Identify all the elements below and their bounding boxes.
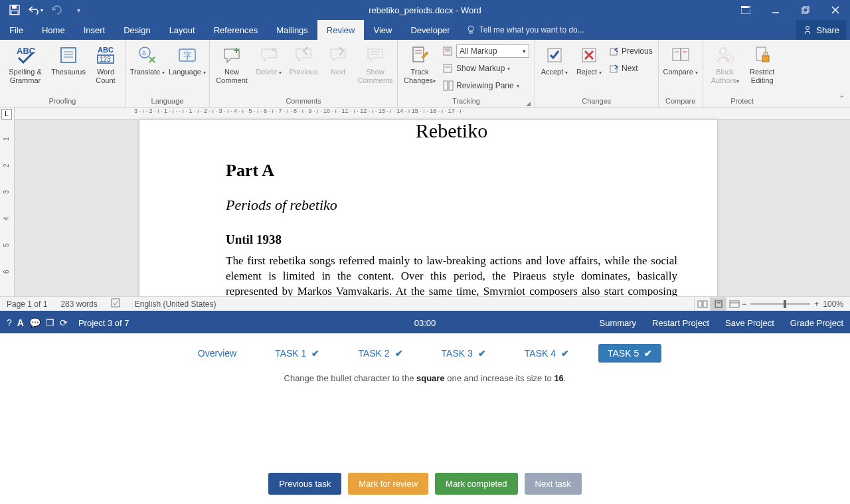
- thesaurus-button[interactable]: Thesaurus: [49, 41, 88, 76]
- tab-mailings[interactable]: Mailings: [267, 20, 317, 40]
- status-page[interactable]: Page 1 of 1: [0, 299, 54, 309]
- spelling-grammar-button[interactable]: ABC Spelling & Grammar: [3, 41, 48, 84]
- undo-icon[interactable]: ▾: [28, 2, 44, 18]
- tab-task-5[interactable]: TASK 5✔: [598, 344, 661, 363]
- grade-project-link[interactable]: Grade Project: [790, 318, 843, 328]
- doc-title: Rebetiko: [226, 120, 677, 142]
- tell-me-search[interactable]: Tell me what you want to do...: [466, 20, 584, 40]
- web-layout-icon[interactable]: [726, 297, 742, 311]
- tab-task-1[interactable]: TASK 1✔: [266, 344, 329, 363]
- mark-completed-button[interactable]: Mark completed: [435, 473, 517, 495]
- comment-icon[interactable]: 💬: [29, 317, 41, 328]
- task-panel: ? A 💬 ❐ ⟳ Project 3 of 7 03:00 Summary R…: [0, 311, 850, 504]
- track-changes-button[interactable]: Track Changes▾: [400, 41, 439, 84]
- tab-overview[interactable]: Overview: [189, 344, 246, 363]
- group-label-protect: Protect: [706, 97, 779, 107]
- app-suffix: - Word: [453, 5, 481, 15]
- ribbon: ABC Spelling & Grammar Thesaurus ABC123 …: [0, 40, 850, 108]
- group-label-changes: Changes: [538, 97, 655, 107]
- status-language[interactable]: English (United States): [128, 299, 223, 309]
- tab-file[interactable]: File: [0, 20, 33, 40]
- accept-button[interactable]: Accept ▾: [538, 41, 571, 76]
- quick-access-toolbar: ▾ ▾: [0, 2, 86, 18]
- document-page[interactable]: Rebetiko Part A Periods of rebetiko Unti…: [139, 120, 717, 311]
- lightbulb-icon: [466, 25, 475, 35]
- reviewing-pane-dropdown[interactable]: Reviewing Pane ▾: [440, 78, 532, 94]
- zoom-in-icon[interactable]: +: [814, 299, 819, 309]
- ribbon-display-options-icon[interactable]: [730, 0, 760, 20]
- tab-layout[interactable]: Layout: [160, 20, 205, 40]
- previous-change-button[interactable]: Previous: [607, 43, 655, 59]
- group-protect: Block Authors▾ Restrict Editing Protect: [703, 40, 782, 107]
- display-for-review-value: All Markup▾: [456, 44, 529, 58]
- translate-button[interactable]: a Translate ▾: [128, 41, 167, 76]
- close-icon[interactable]: [820, 0, 850, 20]
- window-icon[interactable]: ❐: [46, 317, 54, 328]
- next-change-button[interactable]: Next: [607, 60, 655, 76]
- zoom-level[interactable]: 100%: [823, 299, 843, 309]
- status-spellcheck-icon[interactable]: [104, 298, 128, 309]
- mark-for-review-button[interactable]: Mark for review: [348, 473, 428, 495]
- tab-selector-icon[interactable]: L: [1, 109, 12, 120]
- share-icon: [803, 25, 812, 35]
- summary-link[interactable]: Summary: [599, 318, 636, 328]
- word-window: ▾ ▾ rebetiko_periods.docx - Word File Ho…: [0, 0, 850, 311]
- doc-heading-until: Until 1938: [226, 232, 677, 247]
- tab-developer[interactable]: Developer: [401, 20, 459, 40]
- next-task-button[interactable]: Next task: [525, 473, 582, 495]
- horizontal-ruler[interactable]: 3 · ı · 2 · ı · 1 · ı · · ı · 1 · ı · 2 …: [15, 108, 850, 120]
- zoom-out-icon[interactable]: −: [742, 299, 746, 309]
- spelling-icon: ABC: [14, 44, 37, 66]
- reject-button[interactable]: Reject ▾: [572, 41, 606, 76]
- title-bar: ▾ ▾ rebetiko_periods.docx - Word: [0, 0, 850, 20]
- tracking-dialog-launcher-icon[interactable]: ◢: [526, 100, 531, 107]
- previous-comment-label: Previous: [290, 68, 318, 76]
- print-layout-icon[interactable]: [710, 297, 726, 311]
- save-icon[interactable]: [7, 2, 23, 18]
- refresh-icon[interactable]: ⟳: [60, 317, 68, 328]
- zoom-slider[interactable]: [750, 303, 810, 305]
- svg-rect-14: [61, 48, 76, 62]
- font-size-icon[interactable]: A: [17, 317, 24, 328]
- save-project-link[interactable]: Save Project: [725, 318, 774, 328]
- language-button[interactable]: 字 Language ▾: [168, 41, 207, 76]
- tab-review[interactable]: Review: [317, 20, 365, 40]
- maximize-icon[interactable]: [790, 0, 820, 20]
- vertical-ruler[interactable]: L 123456: [0, 108, 15, 296]
- thesaurus-icon: [57, 44, 80, 66]
- tab-task-3[interactable]: TASK 3✔: [432, 344, 495, 363]
- read-mode-icon[interactable]: [694, 297, 710, 311]
- display-for-review-dropdown[interactable]: All Markup▾: [440, 43, 532, 59]
- compare-button[interactable]: Compare ▾: [661, 41, 700, 76]
- new-comment-button[interactable]: New Comment: [212, 41, 251, 84]
- tab-task-2[interactable]: TASK 2✔: [349, 344, 412, 363]
- tab-task-4[interactable]: TASK 4✔: [515, 344, 578, 363]
- previous-task-button[interactable]: Previous task: [268, 473, 341, 495]
- restart-project-link[interactable]: Restart Project: [652, 318, 709, 328]
- restrict-editing-label: Restrict Editing: [750, 68, 774, 84]
- show-markup-icon: [443, 63, 454, 74]
- minimize-icon[interactable]: [760, 0, 790, 20]
- tab-references[interactable]: References: [205, 20, 267, 40]
- tab-design[interactable]: Design: [114, 20, 159, 40]
- svg-rect-58: [703, 301, 707, 307]
- share-button[interactable]: Share: [796, 20, 846, 40]
- show-markup-dropdown[interactable]: Show Markup ▾: [440, 60, 532, 76]
- svg-text:123: 123: [100, 56, 111, 63]
- group-comments: New Comment Delete ▾ Previous Next Show …: [210, 40, 398, 107]
- status-word-count[interactable]: 283 words: [54, 299, 104, 309]
- check-icon: ✔: [644, 348, 652, 359]
- tab-view[interactable]: View: [364, 20, 401, 40]
- tab-insert[interactable]: Insert: [74, 20, 115, 40]
- tab-home[interactable]: Home: [33, 20, 74, 40]
- svg-rect-7: [804, 7, 809, 12]
- word-count-button[interactable]: ABC123 Word Count: [89, 41, 122, 84]
- check-icon: ✔: [561, 348, 569, 359]
- help-icon[interactable]: ?: [7, 317, 12, 328]
- redo-icon[interactable]: [49, 2, 65, 18]
- collapse-ribbon-icon[interactable]: ⌃: [839, 94, 845, 103]
- svg-rect-31: [413, 47, 424, 62]
- group-language: a Translate ▾ 字 Language ▾ Language: [126, 40, 210, 107]
- qat-customize-icon[interactable]: ▾: [70, 2, 86, 18]
- restrict-editing-button[interactable]: Restrict Editing: [746, 41, 779, 84]
